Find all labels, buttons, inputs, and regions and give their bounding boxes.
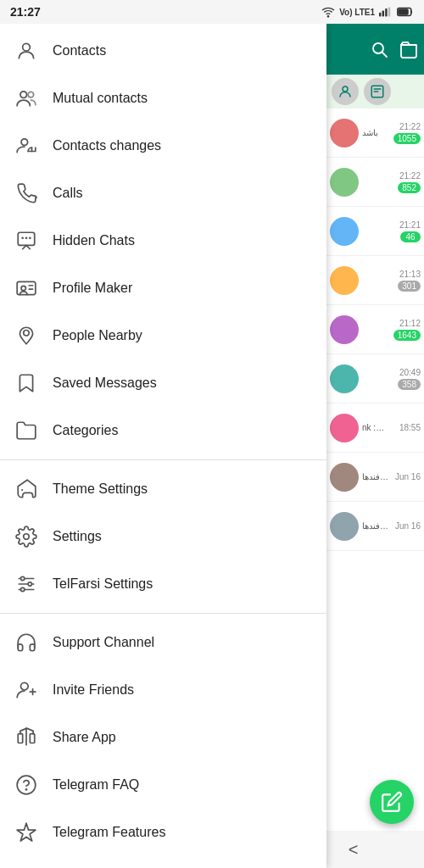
svg-point-19 — [24, 331, 30, 337]
chat-row-right: 21:2146 — [388, 220, 421, 242]
chat-name: nk :http:... — [362, 423, 388, 432]
chat-info: ترفندها... — [362, 521, 388, 531]
svg-point-20 — [24, 534, 30, 540]
menu-label-contacts: Contacts — [53, 43, 106, 58]
svg-rect-6 — [399, 9, 408, 14]
avatar — [330, 119, 359, 147]
chat-badge: 1055 — [393, 133, 421, 144]
avatar — [330, 512, 359, 541]
chat-row[interactable]: باشد21:221055 — [326, 108, 424, 158]
menu-item-telegram-features[interactable]: Telegram Features — [0, 809, 326, 856]
menu-item-telfarsi-settings[interactable]: TelFarsi Settings — [0, 560, 326, 608]
chat-row-right: 21:221055 — [388, 122, 421, 144]
status-icons: Vo) LTE1 — [321, 5, 414, 19]
chat-name: باشد — [362, 128, 388, 137]
phone-icon — [15, 182, 53, 204]
svg-line-36 — [382, 53, 387, 57]
chat-badge: 1643 — [393, 330, 421, 341]
svg-point-26 — [21, 587, 25, 591]
chat-row[interactable]: 21:2146 — [326, 207, 424, 256]
menu-item-hidden-chats[interactable]: Hidden Chats — [0, 217, 326, 264]
person-add-icon — [15, 679, 53, 701]
chat-row[interactable]: 20:49358 — [326, 354, 424, 403]
menu-label-profile-maker: Profile Maker — [53, 281, 132, 296]
avatar — [330, 315, 359, 344]
chat-time: 21:21 — [399, 220, 421, 230]
menu-item-categories[interactable]: Categories — [0, 407, 326, 454]
chat-row-right: Jun 16 — [388, 521, 421, 531]
person-change-icon — [15, 135, 53, 157]
svg-point-10 — [21, 139, 28, 146]
menu-label-people-nearby: People Nearby — [53, 328, 142, 343]
svg-rect-3 — [385, 8, 387, 17]
compose-fab[interactable] — [370, 780, 414, 824]
menu-label-theme-settings: Theme Settings — [53, 481, 148, 497]
menu-item-share-app[interactable]: Share App — [0, 714, 326, 761]
menu-label-settings: Settings — [53, 529, 102, 544]
menu-item-settings[interactable]: Settings — [0, 513, 326, 560]
menu-item-mutual-contacts[interactable]: Mutual contacts — [0, 75, 326, 122]
svg-point-25 — [28, 582, 31, 586]
folder-icon[interactable] — [399, 40, 417, 58]
chat-time: 20:49 — [399, 368, 421, 377]
menu-label-saved-messages: Saved Messages — [53, 376, 157, 391]
chat-row[interactable]: nk :http:...18:55 — [326, 403, 424, 453]
chat-info: nk :http:... — [362, 423, 388, 432]
headset-icon — [15, 632, 53, 654]
search-icon[interactable] — [370, 40, 388, 58]
menu-item-contacts[interactable]: Contacts — [0, 27, 326, 75]
chat-row[interactable]: 21:121643 — [326, 305, 424, 354]
chat-time: Jun 16 — [395, 472, 421, 481]
svg-point-7 — [23, 43, 31, 51]
sub-icon-2[interactable] — [364, 78, 391, 105]
menu-item-profile-maker[interactable]: Profile Maker — [0, 264, 326, 312]
share-icon — [15, 726, 53, 748]
network-label: Vo) LTE1 — [339, 8, 375, 17]
chat-rows: باشد21:22105521:2285221:214621:1330121:1… — [326, 108, 424, 551]
battery-icon — [397, 7, 414, 17]
menu-label-contacts-changes: Contacts changes — [53, 138, 161, 153]
chat-row[interactable]: 21:22852 — [326, 158, 424, 207]
svg-point-33 — [17, 776, 36, 794]
sparkle-icon — [15, 821, 53, 843]
chat-row-right: 18:55 — [388, 423, 421, 432]
bookmark-icon — [15, 372, 53, 394]
avatar — [330, 463, 359, 492]
svg-point-35 — [373, 43, 383, 53]
svg-point-27 — [21, 682, 29, 690]
chat-row-right: Jun 16 — [388, 472, 421, 481]
chat-badge: 852 — [398, 182, 421, 193]
chat-row[interactable]: ترفندها...Jun 16 — [326, 502, 424, 551]
svg-point-24 — [21, 576, 25, 580]
svg-rect-2 — [382, 10, 384, 16]
menu-item-saved-messages[interactable]: Saved Messages — [0, 359, 326, 407]
menu-item-invite-friends[interactable]: Invite Friends — [0, 666, 326, 714]
avatar — [330, 266, 359, 295]
menu-item-people-nearby[interactable]: People Nearby — [0, 312, 326, 359]
chat-info: باشد — [362, 128, 388, 137]
sliders-icon — [15, 573, 53, 595]
sub-icon-1[interactable] — [332, 78, 359, 105]
people-icon — [15, 87, 53, 109]
chat-time: Jun 16 — [395, 521, 421, 531]
menu-label-hidden-chats: Hidden Chats — [53, 233, 135, 248]
menu-item-calls[interactable]: Calls — [0, 170, 326, 217]
avatar — [330, 364, 359, 393]
menu-item-support-channel[interactable]: Support Channel — [0, 619, 326, 666]
wifi-icon — [321, 5, 335, 19]
menu-item-theme-settings[interactable]: Theme Settings — [0, 465, 326, 513]
chat-row[interactable]: ترفندها...Jun 16 — [326, 453, 424, 502]
menu-label-share-app: Share App — [53, 730, 116, 745]
menu-item-contacts-changes[interactable]: Contacts changes — [0, 122, 326, 170]
chat-row-right: 21:121643 — [388, 319, 421, 341]
svg-point-16 — [21, 286, 25, 290]
avatar — [330, 168, 359, 197]
menu-label-invite-friends: Invite Friends — [53, 682, 134, 698]
person-icon — [15, 40, 53, 62]
menu-divider — [0, 459, 326, 460]
id-card-icon — [15, 277, 53, 299]
menu-item-telegram-faq[interactable]: Telegram FAQ — [0, 761, 326, 809]
menu-label-categories: Categories — [53, 423, 118, 438]
chat-time: 21:12 — [399, 319, 421, 328]
chat-row[interactable]: 21:13301 — [326, 256, 424, 305]
